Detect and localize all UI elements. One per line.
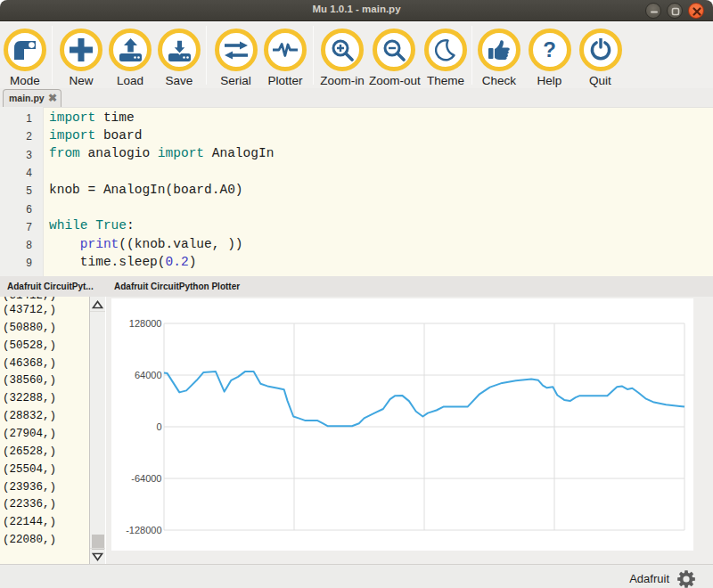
svg-text:0: 0	[156, 421, 161, 432]
svg-text:-128000: -128000	[126, 525, 161, 535]
svg-text:-64000: -64000	[131, 473, 161, 484]
svg-text:64000: 64000	[135, 370, 162, 380]
svg-text:128000: 128000	[129, 318, 162, 329]
